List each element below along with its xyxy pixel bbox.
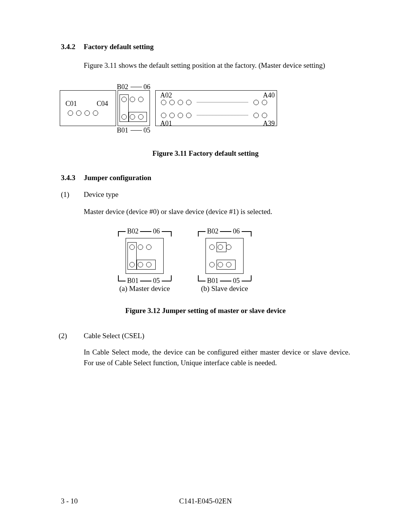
pin-icon <box>186 113 191 118</box>
lead-line <box>131 130 142 131</box>
label-a02: A02 <box>160 91 172 99</box>
page: 3.4.2 Factory default setting Figure 3.1… <box>0 0 411 532</box>
section-title: Jumper configuration <box>84 174 151 182</box>
connector-a-box: A02 A40 A01 A39 <box>155 90 277 126</box>
pin-row-c <box>68 110 98 116</box>
figure-3-12-caption: Figure 3.12 Jumper setting of master or … <box>61 307 350 315</box>
pin-icon <box>169 113 175 118</box>
page-footer: 3 - 10 C141-E045-02EN <box>61 497 350 505</box>
jumper-outline <box>137 260 156 270</box>
heading-3-4-3: 3.4.3 Jumper configuration <box>61 174 350 182</box>
lead-line <box>242 231 251 232</box>
tick-icon <box>171 275 172 281</box>
jumper-box <box>206 238 244 274</box>
tick-icon <box>118 231 119 236</box>
lead-line <box>162 231 171 232</box>
paragraph-csel: In Cable Select mode, the device can be … <box>84 347 350 368</box>
jumper-outline <box>119 94 129 122</box>
ellipsis-dots <box>197 102 248 102</box>
pin-icon <box>161 113 166 118</box>
tick-icon <box>251 275 252 281</box>
pin-icon <box>138 97 143 102</box>
label-06: 06 <box>143 83 150 91</box>
subitem-title: Cable Select (CSEL) <box>84 332 144 340</box>
pin-icon <box>178 100 183 105</box>
tick-icon <box>198 231 199 236</box>
label-b01: B01 <box>127 277 139 285</box>
subitem-2: (2) Cable Select (CSEL) <box>59 332 350 340</box>
lead-line <box>198 281 206 281</box>
jumper-outline <box>129 112 147 122</box>
pin-icon <box>130 97 135 102</box>
ellipsis-dots <box>197 115 248 115</box>
label-06: 06 <box>233 227 240 235</box>
lead-line <box>220 281 231 281</box>
jumper-outline <box>217 260 236 270</box>
doc-number: C141-E045-02EN <box>61 497 350 505</box>
heading-3-4-2: 3.4.2 Factory default setting <box>61 43 350 51</box>
pin-icon <box>262 113 267 118</box>
lead-line <box>131 87 142 88</box>
pin-icon <box>169 100 175 105</box>
figure-3-11-caption: Figure 3.11 Factory default setting <box>61 149 350 158</box>
pin-icon <box>161 100 166 105</box>
paragraph-3-4-2: Figure 3.11 shows the default setting po… <box>84 60 350 71</box>
label-a01: A01 <box>160 120 172 128</box>
pin-icon <box>84 110 90 116</box>
marker: (1) <box>61 190 84 199</box>
jumper-block-slave: B02 06 B0 <box>198 231 252 281</box>
pin-icon <box>209 262 215 267</box>
pin-icon <box>209 244 215 250</box>
label-b02: B02 <box>127 227 139 235</box>
label-b02: B02 <box>117 83 128 91</box>
lead-line <box>198 231 206 232</box>
caption-master: (a) Master device <box>114 284 175 293</box>
label-06: 06 <box>153 227 160 235</box>
pin-icon <box>68 110 73 116</box>
tick-icon <box>198 275 199 281</box>
tick-icon <box>251 231 252 236</box>
pin-icon <box>186 100 191 105</box>
pin-icon <box>93 110 98 116</box>
caption-slave: (b) Slave device <box>194 284 255 293</box>
lead-line <box>162 281 171 281</box>
pin-icon <box>178 113 183 118</box>
section-number: 3.4.2 <box>61 43 84 51</box>
marker: (2) <box>59 332 84 340</box>
figure-3-11: B02 06 C01 C04 <box>60 87 280 129</box>
jumper-block-master: B02 06 <box>118 231 172 281</box>
label-b02: B02 <box>207 227 218 235</box>
section-number: 3.4.3 <box>61 174 84 182</box>
lead-line <box>140 231 151 232</box>
label-a40: A40 <box>263 91 275 99</box>
jumper-outline <box>217 242 226 252</box>
pin-icon <box>146 244 151 250</box>
pin-icon <box>253 100 259 105</box>
label-05: 05 <box>143 126 150 134</box>
pin-row-a-top <box>161 100 267 105</box>
lead-line <box>118 281 126 281</box>
pin-icon <box>138 244 143 250</box>
pin-icon <box>76 110 81 116</box>
label-c04: C04 <box>97 100 108 108</box>
lead-line <box>118 231 126 232</box>
section-title: Factory default setting <box>84 43 154 51</box>
label-05: 05 <box>153 277 160 285</box>
pin-row-a-bot <box>161 113 267 118</box>
jumper-outline <box>127 242 137 270</box>
jumper-box <box>126 238 164 274</box>
connector-c-box: C01 C04 <box>60 90 116 126</box>
paragraph-device-type: Master device (device #0) or slave devic… <box>84 206 350 217</box>
jumper-b-box <box>118 90 150 126</box>
label-a39: A39 <box>263 120 275 128</box>
lead-line <box>242 281 251 281</box>
subitem-1: (1) Device type <box>61 190 350 199</box>
pin-icon <box>226 244 231 250</box>
label-b01: B01 <box>207 277 218 285</box>
subitem-title: Device type <box>84 190 118 199</box>
lead-line <box>140 281 151 281</box>
tick-icon <box>118 275 119 281</box>
figure-3-12: B02 06 <box>118 231 293 296</box>
label-b01: B01 <box>117 126 128 134</box>
pin-icon <box>253 113 259 118</box>
